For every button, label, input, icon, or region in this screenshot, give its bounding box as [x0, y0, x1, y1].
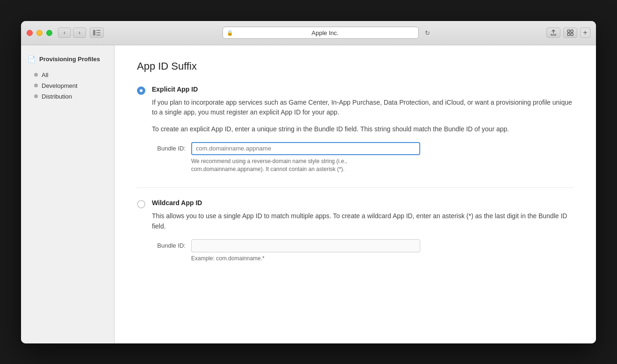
svg-rect-7	[571, 33, 573, 36]
divider	[137, 187, 574, 188]
sidebar: 📄 Provisioning Profiles All Development …	[21, 45, 115, 343]
titlebar: ‹ › 🔒 Apple Inc. ↻	[21, 21, 596, 45]
svg-rect-6	[567, 33, 570, 36]
back-button[interactable]: ‹	[58, 28, 71, 38]
wildcard-desc: This allows you to use a single App ID t…	[152, 211, 574, 231]
wildcard-radio-content: Wildcard App ID This allows you to use a…	[152, 199, 574, 263]
add-tab-button[interactable]: +	[580, 28, 590, 38]
sidebar-header: 📄 Provisioning Profiles	[21, 53, 114, 66]
sidebar-item-development[interactable]: Development	[21, 80, 114, 91]
explicit-radio-button[interactable]	[137, 86, 145, 95]
explicit-bundle-id-field-wrap: We recommend using a reverse-domain name…	[191, 142, 574, 174]
wildcard-bundle-id-field-wrap: Example: com.domainname.*	[191, 239, 574, 263]
wildcard-label: Wildcard App ID	[152, 199, 574, 207]
wildcard-app-id-option: Wildcard App ID This allows you to use a…	[137, 199, 574, 263]
reload-button[interactable]: ↻	[422, 28, 434, 38]
browser-window: ‹ › 🔒 Apple Inc. ↻	[21, 21, 596, 343]
address-text: Apple Inc.	[236, 29, 415, 36]
nav-buttons: ‹ ›	[58, 28, 86, 38]
svg-rect-0	[93, 30, 95, 36]
share-button[interactable]	[546, 28, 560, 38]
minimize-button[interactable]	[36, 30, 43, 36]
explicit-bundle-id-input[interactable]	[191, 142, 420, 155]
svg-rect-4	[567, 30, 570, 32]
address-bar[interactable]: 🔒 Apple Inc.	[222, 27, 419, 39]
sidebar-label-distribution: Distribution	[42, 93, 72, 100]
close-button[interactable]	[27, 30, 33, 36]
svg-rect-1	[96, 30, 100, 31]
sidebar-toggle-button[interactable]	[90, 28, 104, 38]
explicit-bundle-id-label: Bundle ID:	[152, 142, 186, 152]
svg-rect-3	[96, 35, 100, 36]
explicit-label: Explicit App ID	[152, 86, 574, 93]
bullet-icon	[34, 94, 38, 98]
maximize-button[interactable]	[46, 30, 52, 36]
main-panel: App ID Suffix Explicit App ID If you pla…	[115, 45, 596, 343]
toolbar-right: +	[546, 28, 590, 38]
sidebar-item-distribution[interactable]: Distribution	[21, 91, 114, 102]
explicit-bundle-id-row: Bundle ID: We recommend using a reverse-…	[152, 142, 574, 174]
svg-rect-5	[571, 30, 573, 32]
lock-icon: 🔒	[227, 30, 233, 36]
wildcard-bundle-id-input[interactable]	[191, 239, 420, 252]
forward-button[interactable]: ›	[73, 28, 86, 38]
address-bar-container: 🔒 Apple Inc. ↻	[109, 27, 546, 39]
wildcard-bundle-id-hint: Example: com.domainname.*	[191, 255, 420, 263]
bullet-icon	[34, 73, 38, 77]
traffic-lights	[27, 30, 52, 36]
new-tab-button[interactable]	[563, 28, 577, 38]
sidebar-label-all: All	[42, 71, 48, 79]
explicit-app-id-option: Explicit App ID If you plan to incorpora…	[137, 86, 574, 174]
explicit-desc1: If you plan to incorporate app services …	[152, 98, 574, 118]
sidebar-item-all[interactable]: All	[21, 70, 114, 80]
content-area: 📄 Provisioning Profiles All Development …	[21, 45, 596, 343]
sidebar-title: Provisioning Profiles	[39, 56, 100, 63]
wildcard-bundle-id-label: Bundle ID:	[152, 239, 186, 249]
explicit-radio-content: Explicit App ID If you plan to incorpora…	[152, 86, 574, 174]
explicit-desc2: To create an explicit App ID, enter a un…	[152, 124, 574, 135]
doc-icon: 📄	[28, 56, 36, 63]
bullet-icon	[34, 84, 38, 87]
sidebar-label-development: Development	[42, 82, 78, 89]
page-title: App ID Suffix	[137, 60, 574, 72]
wildcard-bundle-id-row: Bundle ID: Example: com.domainname.*	[152, 239, 574, 263]
explicit-bundle-id-hint: We recommend using a reverse-domain name…	[191, 157, 420, 174]
svg-rect-2	[96, 32, 100, 33]
wildcard-radio-button[interactable]	[137, 200, 145, 208]
